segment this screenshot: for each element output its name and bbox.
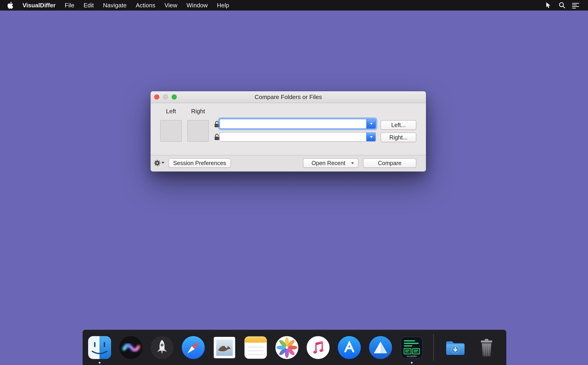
itunes-dock-icon[interactable] (306, 335, 330, 360)
app-store-dock-icon[interactable] (337, 335, 362, 360)
pointer-icon (545, 2, 552, 9)
apple-icon (7, 2, 13, 9)
menu-bar: VisualDiffer File Edit Navigate Actions … (0, 0, 588, 11)
blue-triangle-app-dock-icon[interactable] (368, 335, 393, 360)
menu-navigate[interactable]: Navigate (99, 0, 131, 11)
downloads-folder-dock-icon[interactable] (443, 335, 468, 360)
menu-window[interactable]: Window (182, 0, 213, 11)
menu-actions[interactable]: Actions (131, 0, 160, 11)
dock-separator (433, 334, 434, 361)
mail-dock-icon[interactable] (212, 335, 237, 360)
dock: VisualDiffer (83, 330, 506, 365)
chevron-down-icon (370, 123, 373, 125)
window-title: Compare Folders or Files (255, 93, 322, 100)
zoom-button[interactable] (172, 94, 177, 99)
launchpad-dock-icon[interactable] (150, 335, 174, 360)
chevron-down-icon (162, 162, 164, 164)
close-button[interactable] (154, 94, 159, 99)
gear-icon (154, 159, 161, 166)
compare-dialog-window: Compare Folders or Files Left Right Left… (151, 91, 426, 171)
menu-view[interactable]: View (160, 0, 182, 11)
chevron-down-icon (370, 136, 373, 138)
desktop: VisualDiffer File Edit Navigate Actions … (0, 0, 588, 365)
chevron-down-icon (351, 162, 354, 164)
menu-edit[interactable]: Edit (79, 0, 99, 11)
right-browse-button[interactable]: Right... (380, 133, 416, 142)
compare-button[interactable]: Compare (363, 158, 416, 168)
unlocked-padlock-icon (214, 133, 220, 141)
notes-dock-icon[interactable] (243, 335, 268, 360)
running-indicator-finder (99, 362, 100, 364)
running-indicator-visualdiffer (411, 362, 413, 364)
photos-dock-icon[interactable] (274, 335, 299, 360)
svg-text:VisualDiffer: VisualDiffer (407, 355, 417, 358)
right-column-label: Right (187, 108, 209, 115)
right-lock-toggle[interactable] (214, 133, 220, 141)
finder-dock-icon[interactable] (87, 335, 112, 360)
left-path-dropdown-button[interactable] (366, 119, 375, 128)
traffic-lights (154, 91, 177, 103)
action-gear-menu[interactable] (154, 158, 166, 167)
right-drop-well[interactable] (187, 120, 209, 142)
session-preferences-button[interactable]: Session Preferences (168, 158, 231, 168)
left-path-combobox (219, 119, 376, 129)
pointer-status-item[interactable] (542, 0, 554, 11)
open-recent-label: Open Recent (308, 160, 349, 166)
safari-dock-icon[interactable] (181, 335, 206, 360)
apple-menu[interactable] (0, 0, 18, 11)
left-path-input[interactable] (220, 119, 366, 128)
menu-app-name[interactable]: VisualDiffer (18, 0, 60, 11)
siri-dock-icon[interactable] (118, 335, 143, 360)
menu-status-area (542, 0, 588, 11)
trash-dock-icon[interactable] (474, 335, 499, 360)
spotlight-status-item[interactable] (556, 0, 568, 11)
open-recent-popup[interactable]: Open Recent (303, 158, 359, 168)
list-lines-icon (572, 2, 579, 8)
left-lock-toggle[interactable] (214, 121, 220, 128)
visualdiffer-dock-icon[interactable]: VisualDiffer (399, 335, 424, 360)
unlocked-padlock-icon (214, 121, 220, 128)
right-path-input[interactable] (220, 133, 366, 141)
minimize-button-disabled (163, 94, 168, 99)
left-column-label: Left (160, 108, 182, 115)
left-browse-button[interactable]: Left... (380, 120, 416, 130)
menu-help[interactable]: Help (212, 0, 234, 11)
right-path-dropdown-button[interactable] (366, 133, 375, 141)
menu-file[interactable]: File (60, 0, 79, 11)
right-path-combobox (219, 132, 376, 142)
title-bar[interactable]: Compare Folders or Files (151, 91, 426, 103)
left-drop-well[interactable] (160, 120, 182, 142)
search-icon (558, 2, 565, 9)
notification-center-status-item[interactable] (570, 0, 581, 11)
